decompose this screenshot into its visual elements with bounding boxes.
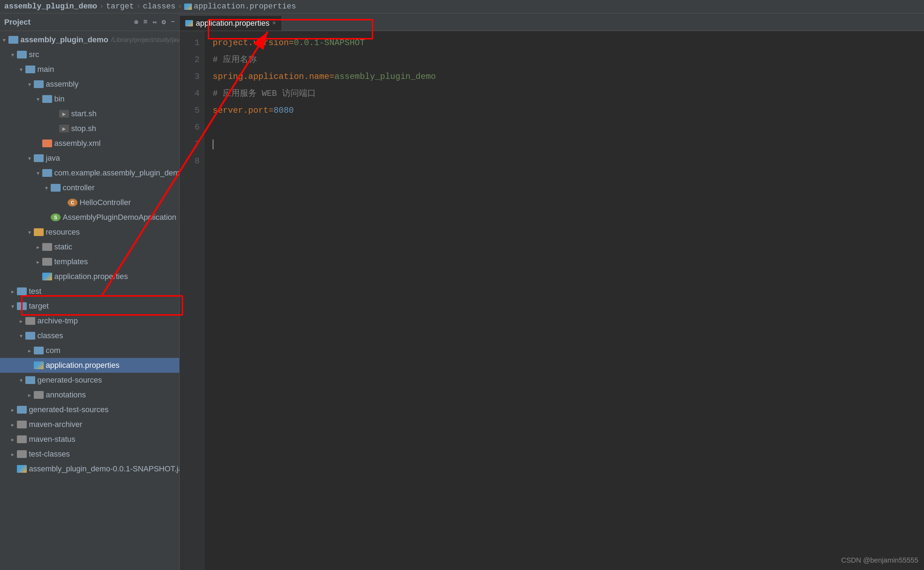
tree-item-archive-tmp[interactable]: ▸ archive-tmp [0, 314, 179, 328]
code-comment-4: # 应用服务 WEB 访问端口 [213, 85, 316, 102]
arrow-maven-status: ▸ [8, 436, 17, 443]
breadcrumb-item-project: assembly_plugin_demo [4, 2, 97, 11]
folder-icon-generated-sources [25, 376, 35, 384]
line-num-8: 8 [180, 153, 200, 170]
tab-application-properties[interactable]: application.properties × [180, 15, 282, 31]
cursor [213, 139, 213, 149]
tree-item-assembly-xml[interactable]: ▸ assembly.xml [0, 136, 179, 151]
tree-label-archive-tmp: archive-tmp [37, 316, 78, 325]
arrow-target: ▾ [8, 303, 17, 310]
arrow-annotations: ▸ [25, 392, 34, 398]
editor-content[interactable]: 1 2 3 4 5 6 7 8 project.version=0.0.1-SN… [180, 31, 924, 570]
tree-item-generated-sources[interactable]: ▾ generated-sources [0, 373, 179, 388]
folder-icon-generated-test-sources [17, 406, 27, 414]
code-line-4: # 应用服务 WEB 访问端口 [213, 85, 924, 102]
tree-item-app-main[interactable]: ▸ S AssemblyPluginDemoApplication [0, 210, 179, 225]
tree-item-test[interactable]: ▸ test [0, 284, 179, 299]
watermark: CSDN @benjamin55555 [841, 556, 918, 564]
tree-item-maven-archiver[interactable]: ▸ maven-archiver [0, 417, 179, 432]
code-line-6 [213, 119, 924, 136]
code-line-1: project.version=0.0.1-SNAPSHOT [213, 35, 924, 51]
tree-item-app-props-target[interactable]: ▸ application.properties [0, 358, 179, 373]
tree-item-generated-test-sources[interactable]: ▸ generated-test-sources [0, 402, 179, 417]
tree-item-com-example[interactable]: ▾ com.example.assembly_plugin_demo [0, 165, 179, 180]
tree-item-stop-sh[interactable]: ▸ ▶ stop.sh [0, 121, 179, 136]
tree-label-java: java [46, 153, 60, 163]
folder-icon-annotations [34, 391, 44, 399]
tree-item-target[interactable]: ▾ target [0, 299, 179, 314]
folder-icon-templates [42, 258, 52, 266]
tree-label-start-sh: start.sh [71, 109, 96, 118]
tree-item-main[interactable]: ▾ main [0, 62, 179, 77]
line-num-3: 3 [180, 68, 200, 85]
tree-item-root[interactable]: ▾ assembly_plugin_demo /Library/project/… [0, 32, 179, 47]
breadcrumb-sep-1: › [99, 2, 104, 11]
icon-hello-controller: C [67, 199, 78, 207]
line-num-5: 5 [180, 102, 200, 119]
tree-label-root: assembly_plugin_demo [20, 35, 108, 44]
tree-item-start-sh[interactable]: ▸ ▶ start.sh [0, 106, 179, 121]
code-line-2: # 应用名称 [213, 51, 924, 68]
folder-icon-classes [25, 332, 35, 340]
code-area[interactable]: project.version=0.0.1-SNAPSHOT # 应用名称 sp… [204, 31, 924, 570]
arrow-main: ▾ [17, 66, 25, 73]
tab-label: application.properties [196, 19, 269, 28]
sidebar-header: Project ⊕ ≡ ⇔ ⚙ − [0, 14, 179, 31]
icon-start-sh: ▶ [59, 110, 69, 118]
arrow-generated-sources: ▾ [17, 377, 25, 384]
breadcrumb-item-target: target [106, 2, 134, 11]
breadcrumb-sep-2: › [136, 2, 141, 11]
folder-icon-com [34, 347, 44, 354]
sidebar: Project ⊕ ≡ ⇔ ⚙ − ▾ assembly_plugin_demo… [0, 14, 180, 570]
tree-item-assembly[interactable]: ▾ assembly [0, 77, 179, 92]
sidebar-header-icons: ⊕ ≡ ⇔ ⚙ − [134, 18, 175, 26]
tree-item-src[interactable]: ▾ src [0, 47, 179, 62]
breadcrumb-item-classes: classes [143, 2, 175, 11]
arrow-com-example: ▾ [34, 170, 42, 176]
globe-icon[interactable]: ⊕ [134, 18, 138, 26]
arrow-controller: ▾ [42, 185, 51, 191]
tree-item-resources[interactable]: ▾ resources [0, 225, 179, 239]
tree-item-test-classes[interactable]: ▸ test-classes [0, 447, 179, 461]
folder-icon-src [17, 51, 27, 58]
folder-icon-maven-status [17, 435, 27, 443]
tree-item-maven-status[interactable]: ▸ maven-status [0, 432, 179, 447]
editor-area: application.properties × 1 2 3 4 5 6 7 8… [180, 14, 924, 570]
line-num-4: 4 [180, 85, 200, 102]
arrow-templates: ▸ [34, 259, 42, 265]
align-icon[interactable]: ≡ [143, 18, 148, 26]
tree-item-templates[interactable]: ▸ templates [0, 254, 179, 269]
code-eq-1: = [289, 35, 294, 51]
columns-icon[interactable]: ⇔ [153, 18, 157, 26]
tree-label-bin: bin [54, 94, 64, 104]
tree-label-assembly-xml: assembly.xml [54, 139, 101, 148]
tree-label-test: test [29, 287, 41, 296]
folder-icon-maven-archiver [17, 421, 27, 428]
arrow-java: ▾ [25, 155, 34, 162]
tree-item-controller[interactable]: ▾ controller [0, 180, 179, 195]
tree-item-hello-controller[interactable]: ▸ C HelloController [0, 195, 179, 210]
line-num-7: 7 [180, 136, 200, 153]
tree-item-classes[interactable]: ▾ classes [0, 328, 179, 343]
minus-icon[interactable]: − [171, 18, 175, 26]
line-num-2: 2 [180, 51, 200, 68]
tree-item-com[interactable]: ▸ com [0, 343, 179, 358]
main-layout: Project ⊕ ≡ ⇔ ⚙ − ▾ assembly_plugin_demo… [0, 14, 924, 570]
tree-item-bin[interactable]: ▾ bin [0, 92, 179, 106]
sidebar-title: Project [4, 18, 31, 27]
tree-label-jar: assembly_plugin_demo-0.0.1-SNAPSHOT.jar [29, 464, 180, 473]
tree-item-app-props-src[interactable]: ▸ application.properties [0, 269, 179, 284]
folder-icon-com-example [42, 169, 52, 177]
gear-icon[interactable]: ⚙ [162, 18, 166, 26]
folder-icon-resources [34, 228, 44, 236]
icon-app-props-src [42, 273, 52, 280]
breadcrumb-bar: assembly_plugin_demo › target › classes … [0, 0, 924, 14]
tab-icon-properties [185, 20, 193, 26]
tree-item-java[interactable]: ▾ java [0, 151, 179, 165]
tree-item-annotations[interactable]: ▸ annotations [0, 388, 179, 402]
tab-close-button[interactable]: × [272, 19, 276, 27]
tree-item-static[interactable]: ▸ static [0, 239, 179, 254]
folder-icon-root [8, 36, 18, 44]
line-num-6: 6 [180, 119, 200, 136]
tree-item-jar[interactable]: ▸ assembly_plugin_demo-0.0.1-SNAPSHOT.ja… [0, 461, 179, 476]
